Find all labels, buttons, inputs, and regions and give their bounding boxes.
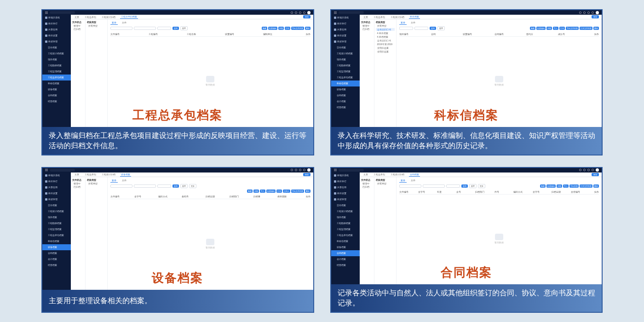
sidebar-sub-item[interactable]: 设备档案	[331, 244, 360, 250]
sidebar-sub-item[interactable]: 工程勘探档案	[42, 220, 71, 226]
sidebar-sub-item[interactable]: 经营档案	[42, 98, 71, 104]
sidebar-item[interactable]: 科目设置	[42, 190, 71, 196]
tab[interactable]: 工程总承包	[84, 172, 97, 176]
new-button[interactable]: 新建	[530, 27, 535, 30]
print-button[interactable]: 打印	[285, 27, 290, 30]
tree-item[interactable]: 所有类型	[376, 24, 395, 27]
batch-edit-button[interactable]: 批量编辑	[536, 27, 546, 30]
sidebar-sub-item[interactable]: 科标信档案	[42, 238, 71, 244]
sidebar-item[interactable]: 科目设置	[42, 33, 71, 39]
gear-icon[interactable]	[303, 169, 305, 171]
sub-tab[interactable]: 文件	[121, 178, 128, 183]
tab-active[interactable]: 工程文件归档案	[120, 15, 138, 19]
avatar[interactable]	[307, 11, 310, 14]
sidebar-sub-item[interactable]: 工程总承包档案	[331, 232, 360, 238]
open-button[interactable]: 打开文件列表	[580, 184, 592, 188]
sidebar-sub-item[interactable]: 工程监理档案	[42, 226, 71, 232]
print-button[interactable]: 打印	[559, 27, 565, 30]
reset-button[interactable]: 重置	[180, 184, 188, 188]
sidebar-sub-item[interactable]: 工程勘探档案	[331, 63, 360, 69]
search-button[interactable]: 查询	[461, 184, 468, 188]
export-button[interactable]: 导出文件列表	[291, 27, 304, 30]
sidebar-item[interactable]: 科瑞开系统	[42, 15, 71, 21]
sidebar-sub-item[interactable]: 经营档案	[331, 262, 360, 268]
sidebar-item[interactable]: 科目管行	[42, 178, 71, 184]
sidebar-sub-item[interactable]: 工程监理档案	[331, 69, 360, 75]
save-button[interactable]: 保存	[592, 173, 599, 176]
export-button[interactable]: 导出列表	[569, 184, 579, 188]
sidebar-item[interactable]: 共享应用	[331, 27, 360, 33]
tab[interactable]: 工程总承包	[84, 15, 97, 19]
sidebar-sub-item[interactable]: 工程监理档案	[331, 226, 360, 232]
sidebar-sub-item[interactable]: 会计档案	[42, 256, 71, 262]
sidebar-sub-item[interactable]: 工程监理档案	[42, 69, 71, 75]
tree-item[interactable]: 4.科目档案	[376, 32, 395, 34]
sidebar-sub-item[interactable]: 交付档案	[331, 202, 360, 208]
sidebar-item[interactable]: 科目管行	[331, 178, 360, 184]
sub-tab[interactable]: 案卷	[399, 21, 407, 25]
batch-edit-button[interactable]: 批量编辑	[268, 27, 277, 30]
sub-tab[interactable]: 案卷	[110, 21, 118, 25]
gear-icon[interactable]	[592, 169, 594, 171]
file-no-input[interactable]	[110, 184, 132, 188]
sidebar-sub-item[interactable]: 项目档案	[42, 214, 71, 220]
sidebar-item[interactable]: 科技管理	[42, 196, 71, 202]
tab[interactable]: 主页	[74, 172, 80, 176]
delete-button[interactable]: 删除	[305, 190, 310, 193]
filter-item[interactable]: 整理中	[72, 182, 84, 185]
global-search[interactable]	[339, 11, 364, 14]
sidebar-sub-epc[interactable]: 工程总承包档案	[42, 75, 71, 80]
owner-button[interactable]: 已归人	[283, 190, 290, 193]
grid-icon[interactable]	[299, 12, 301, 14]
sub-tab[interactable]: 文件	[409, 178, 417, 183]
tab[interactable]: 工程设计归档	[101, 172, 116, 176]
sidebar-sub-scitech[interactable]: 科标信档案	[331, 80, 360, 86]
sidebar-item[interactable]: 科技管理	[331, 39, 360, 45]
search-button[interactable]: 查询	[430, 27, 436, 30]
search-button[interactable]: 查询	[172, 184, 179, 188]
avatar[interactable]	[596, 11, 599, 14]
sidebar-sub-item[interactable]: 合同档案	[331, 92, 360, 98]
gear-icon[interactable]	[303, 12, 305, 14]
sidebar-sub-equipment[interactable]: 设备档案	[42, 244, 71, 250]
tab-active[interactable]: 合同档案	[409, 172, 420, 177]
filter-item[interactable]: 整理中	[72, 24, 84, 27]
new-button[interactable]: 新建	[247, 190, 253, 193]
tree-item[interactable]: 所有类型	[87, 24, 106, 27]
reset-button[interactable]: 重置	[180, 26, 188, 30]
sidebar-sub-item[interactable]: 设备档案	[42, 86, 71, 92]
tab[interactable]: 主页	[74, 15, 80, 19]
avatar[interactable]	[307, 168, 310, 172]
sidebar-sub-item[interactable]: 项目档案	[42, 57, 71, 63]
sidebar-sub-item[interactable]: 设备档案	[331, 86, 360, 92]
bell-icon[interactable]	[295, 169, 297, 171]
sidebar-item[interactable]: 科目设置	[331, 190, 360, 196]
filter-item[interactable]: 整理中	[361, 182, 373, 185]
sidebar-sub-item[interactable]: 交付档案	[42, 202, 71, 208]
sidebar-item[interactable]: 共享应用	[331, 184, 360, 190]
global-search[interactable]	[50, 169, 75, 172]
global-search[interactable]	[339, 169, 364, 172]
filter-item[interactable]: 已归档	[361, 185, 373, 188]
bell-icon[interactable]	[295, 12, 297, 14]
sidebar-sub-item[interactable]: 合同档案	[42, 92, 71, 98]
title-input[interactable]	[134, 184, 156, 188]
tab[interactable]: 工程设计归档	[101, 15, 116, 19]
hamburger-icon[interactable]	[334, 12, 337, 14]
home-icon[interactable]	[579, 12, 581, 14]
reset-button[interactable]: 重置	[469, 184, 477, 188]
global-search[interactable]	[50, 11, 75, 14]
sidebar-item[interactable]: 共享应用	[42, 184, 71, 190]
tab[interactable]: 工程总承包	[373, 15, 386, 19]
new-button[interactable]: 新建	[540, 184, 546, 188]
delete-button[interactable]: 删除	[593, 27, 599, 30]
sidebar-sub-item[interactable]: 交付档案	[331, 45, 360, 51]
sidebar-sub-item[interactable]: 工程总承包档案	[331, 75, 360, 80]
save-button[interactable]: 保存	[303, 173, 310, 176]
sub-tab[interactable]: 文件	[409, 21, 417, 25]
status-select[interactable]	[157, 27, 171, 30]
tree-item[interactable]: 全部归总案	[376, 46, 395, 49]
sidebar-sub-item[interactable]: 会计档案	[331, 256, 360, 262]
tab-active[interactable]: 科目档案	[409, 15, 420, 19]
sidebar-sub-item[interactable]: 科标信档案	[331, 238, 360, 244]
